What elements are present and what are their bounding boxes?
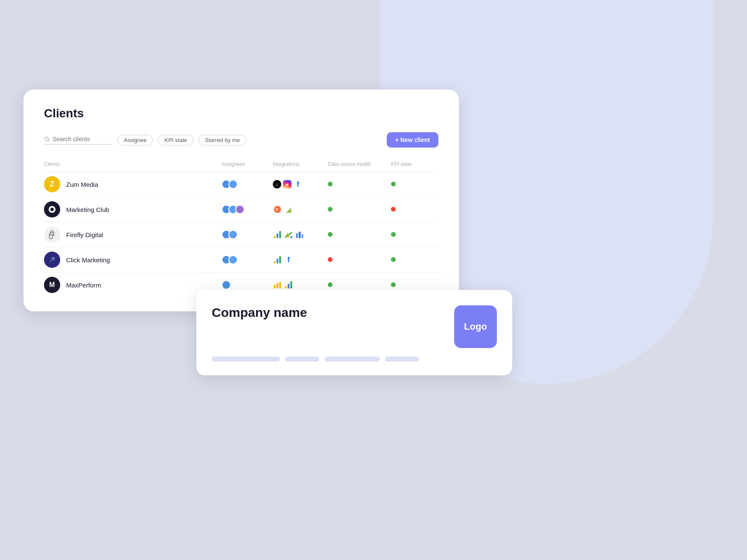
assignees-cell	[222, 247, 273, 273]
col-header-integrations: Integrations	[273, 161, 328, 172]
clients-card: Clients Assignee KPI state Starred by me…	[23, 90, 459, 311]
col-header-datasource: Data source health	[328, 161, 391, 172]
client-name: Firefly Digital	[66, 231, 103, 238]
svg-rect-13	[277, 259, 278, 264]
svg-rect-20	[290, 281, 292, 289]
googleads-icon	[273, 230, 282, 239]
logo-box: Logo	[454, 305, 497, 348]
client-avatar	[44, 252, 60, 268]
svg-rect-9	[296, 233, 298, 238]
placeholder-bar-4	[385, 357, 419, 362]
integrations-cell: ♫●f	[273, 172, 328, 197]
col-header-clients: Clients	[44, 161, 222, 172]
svg-text:S: S	[275, 207, 278, 212]
status-dot	[328, 282, 333, 287]
facebook-icon: f	[293, 180, 303, 189]
assignee-avatar	[228, 230, 238, 239]
search-wrap	[44, 136, 112, 145]
col-header-assignees: Assignees	[222, 161, 273, 172]
status-dot	[328, 257, 333, 262]
shopify-icon: ◢	[284, 205, 293, 214]
placeholder-bar-3	[324, 357, 380, 362]
client-avatar: Z	[44, 176, 60, 192]
table-row[interactable]: Click Marketing f	[44, 247, 438, 273]
svg-rect-16	[277, 283, 278, 289]
data-health-cell	[328, 247, 391, 273]
client-name-cell: Click Marketing	[44, 247, 222, 273]
googleads2-icon	[284, 230, 293, 239]
integrations-cell: f	[273, 247, 328, 273]
svg-rect-7	[279, 231, 281, 238]
client-name: Marketing Club	[66, 206, 109, 213]
assignee-group	[222, 180, 273, 189]
data-health-cell	[328, 172, 391, 197]
search-input[interactable]	[53, 136, 108, 142]
integration-group: f	[273, 255, 328, 264]
client-name-cell: Firefly Digital	[44, 222, 222, 247]
table-row[interactable]: Firefly Digital	[44, 222, 438, 247]
client-avatar	[44, 226, 60, 243]
svg-rect-10	[299, 232, 301, 238]
tiktok-icon: ♫	[273, 180, 281, 189]
assignee-group	[222, 230, 273, 239]
client-name-cell: Marketing Club	[44, 197, 222, 222]
filter-starred[interactable]: Starred by me	[198, 135, 246, 145]
scene: Clients Assignee KPI state Starred by me…	[0, 0, 747, 560]
client-avatar: M	[44, 277, 60, 293]
client-avatar	[44, 201, 60, 218]
integration-group: S ◢	[273, 205, 328, 214]
clients-table: Clients Assignees Integrations Data sour…	[44, 161, 438, 297]
status-dot	[391, 207, 396, 212]
client-name-cell: M MaxPerform	[44, 273, 222, 298]
kpi-cell	[391, 172, 438, 197]
search-icon	[44, 136, 50, 142]
table-row[interactable]: Marketing Club S ◢	[44, 197, 438, 222]
client-name-cell: Z Zum Media	[44, 172, 222, 197]
integration-group	[273, 280, 328, 290]
assignee-group	[222, 280, 273, 290]
barchart-icon	[273, 280, 282, 290]
instagram-icon: ●	[283, 180, 292, 189]
page-title: Clients	[44, 107, 438, 120]
googleads-icon	[284, 280, 293, 290]
status-dot	[391, 182, 396, 186]
svg-rect-19	[288, 284, 289, 289]
company-name-label: Company name	[212, 305, 307, 320]
status-dot	[328, 182, 333, 186]
svg-point-0	[45, 137, 48, 140]
databox-icon	[295, 230, 304, 239]
client-name: Zum Media	[66, 181, 98, 188]
svg-line-1	[48, 140, 50, 141]
facebook-icon: f	[284, 255, 293, 264]
client-name: Click Marketing	[66, 256, 110, 264]
table-row[interactable]: Z Zum Media ♫●f	[44, 172, 438, 197]
integrations-cell: S ◢	[273, 197, 328, 222]
status-dot	[391, 282, 396, 287]
new-client-button[interactable]: + New client	[387, 132, 438, 148]
status-dot	[328, 232, 333, 237]
col-header-kpi: KPI state	[391, 161, 438, 172]
assignee-group	[222, 205, 273, 214]
status-dot	[328, 207, 333, 212]
company-card: Company name Logo	[196, 290, 512, 375]
googleads-icon	[273, 255, 282, 264]
filter-kpi-state[interactable]: KPI state	[158, 135, 193, 145]
assignees-cell	[222, 222, 273, 247]
semrush-icon: S	[273, 205, 282, 214]
svg-rect-18	[285, 286, 287, 288]
svg-rect-5	[274, 236, 276, 238]
placeholder-bar-2	[285, 357, 319, 362]
assignee-avatar	[235, 205, 245, 214]
svg-rect-15	[274, 285, 276, 288]
filter-assignee[interactable]: Assignee	[117, 135, 153, 145]
assignee-avatar	[222, 280, 231, 290]
assignee-group	[222, 255, 273, 264]
assignee-avatar	[228, 255, 238, 264]
kpi-cell	[391, 197, 438, 222]
svg-rect-17	[279, 282, 281, 288]
client-name: MaxPerform	[66, 281, 101, 289]
assignees-cell	[222, 172, 273, 197]
data-health-cell	[328, 197, 391, 222]
placeholder-bar-1	[212, 357, 280, 362]
kpi-cell	[391, 222, 438, 247]
